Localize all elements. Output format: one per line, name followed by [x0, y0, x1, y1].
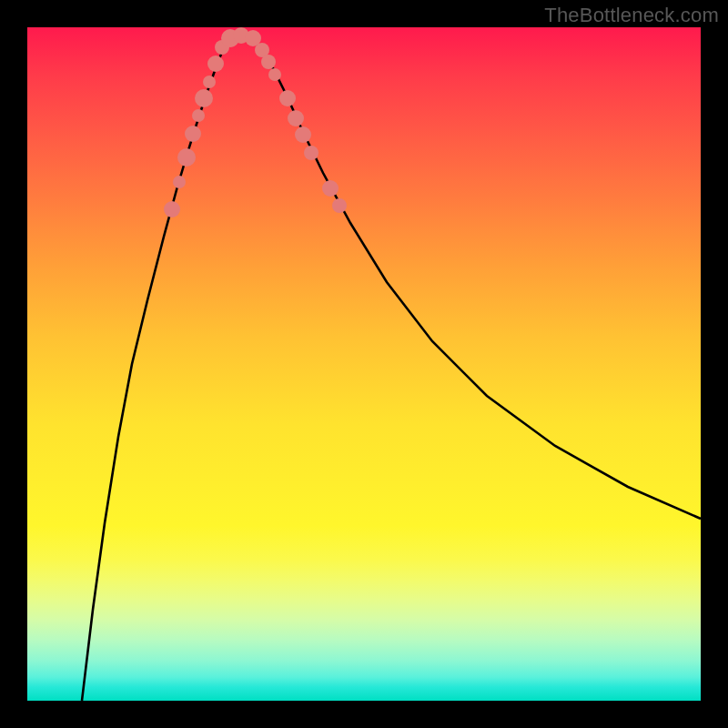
data-marker — [195, 89, 213, 107]
data-marker — [268, 68, 281, 81]
data-marker — [332, 198, 347, 213]
data-marker — [295, 126, 311, 143]
data-marker — [173, 176, 186, 188]
data-marker — [322, 180, 339, 197]
data-marker — [261, 55, 276, 69]
curve-left-arm — [82, 41, 228, 701]
data-marker — [288, 110, 304, 126]
curve-right-arm — [255, 41, 701, 519]
data-marker — [177, 148, 196, 167]
data-markers — [164, 27, 347, 217]
data-marker — [164, 201, 180, 217]
curve-svg — [27, 27, 701, 701]
data-marker — [207, 56, 224, 72]
watermark-text: TheBottleneck.com — [544, 4, 719, 27]
plot-area — [27, 27, 701, 701]
data-marker — [203, 76, 216, 88]
data-marker — [192, 109, 205, 122]
data-marker — [304, 146, 318, 160]
data-marker — [185, 126, 201, 142]
data-marker — [279, 90, 296, 106]
